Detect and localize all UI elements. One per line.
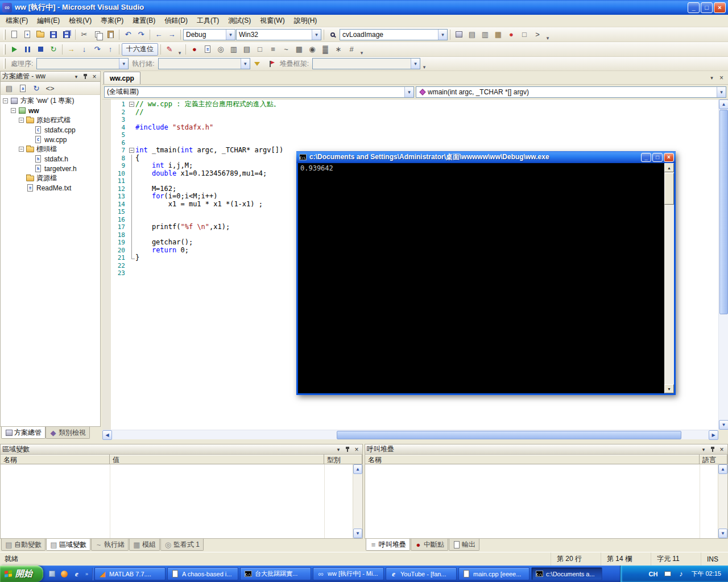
maximize-button[interactable]: □ [652, 153, 663, 162]
find-combo[interactable]: cvLoadImage [340, 29, 448, 40]
column-header[interactable]: 語言 [700, 455, 727, 464]
taskbar-task-button[interactable]: ∞ww [執行中] - Mi... [313, 567, 384, 580]
toolbox-button[interactable]: ▦ [492, 28, 504, 41]
window-position-icon[interactable] [334, 446, 342, 454]
find-in-files-button[interactable] [326, 28, 339, 41]
new-project-button[interactable] [8, 28, 20, 41]
add-new-item-button[interactable] [21, 28, 34, 41]
tree-item[interactable]: −原始程式檔 [1, 115, 100, 125]
solution-configurations-combo[interactable]: Debug [183, 29, 235, 40]
view-code-button[interactable]: <> [44, 82, 56, 94]
scroll-left-icon[interactable]: ◀ [102, 430, 112, 440]
chevron-down-icon[interactable] [404, 87, 413, 97]
open-file-button[interactable] [34, 28, 47, 41]
console-titlebar[interactable]: c:\Documents and Settings\Administrator\… [296, 151, 676, 163]
auto-hide-pin-icon[interactable] [81, 73, 89, 81]
toolbar-grip[interactable] [3, 30, 6, 40]
immediate-window-button[interactable]: □ [518, 28, 531, 41]
processes-window-button[interactable]: ◉ [306, 43, 318, 56]
call-stack-grid[interactable]: ▲ ▼ [365, 464, 728, 539]
process-combo[interactable] [36, 58, 129, 69]
tree-expander-icon[interactable]: − [3, 98, 8, 103]
language-indicator[interactable]: CH [649, 571, 658, 577]
menu-item[interactable]: 說明(H) [289, 14, 322, 27]
immediate-window-button[interactable]: □ [254, 43, 266, 56]
show-next-statement-button[interactable]: → [65, 43, 77, 56]
tree-expander-icon[interactable]: − [19, 118, 24, 123]
stop-debugging-button[interactable] [34, 43, 47, 56]
menu-item[interactable]: 測試(S) [224, 14, 255, 27]
firefox-button[interactable] [59, 568, 69, 580]
scroll-down-icon[interactable]: ▼ [718, 529, 727, 538]
window-titlebar[interactable]: ww [執行中] - Microsoft Visual Studio _□× [0, 0, 728, 15]
close-document-icon[interactable] [717, 73, 726, 82]
start-button[interactable]: 開始 [0, 566, 43, 582]
tree-item[interactable]: stdafx.cpp [1, 125, 100, 135]
tab-自動變數[interactable]: ▤自動變數 [1, 539, 46, 551]
scroll-up-icon[interactable]: ▲ [719, 99, 728, 109]
toolbar-grip[interactable] [3, 59, 6, 69]
flag-threads-button[interactable] [264, 57, 276, 70]
tree-expander-icon[interactable]: − [11, 108, 16, 113]
stack-frame-combo[interactable] [312, 58, 420, 69]
scroll-down-icon[interactable]: ▼ [664, 384, 674, 393]
taskbar-task-button[interactable]: c:\Documents a... [531, 567, 602, 580]
chevron-down-icon[interactable] [176, 43, 183, 56]
maximize-button[interactable]: □ [701, 2, 713, 13]
chevron-down-icon[interactable] [226, 30, 235, 40]
scroll-down-icon[interactable]: ▼ [353, 529, 362, 538]
pencil-button[interactable]: ✎ [163, 43, 176, 56]
copy-button[interactable] [91, 28, 104, 41]
callstack-window-button[interactable]: ≡ [267, 43, 279, 56]
locals-grid[interactable]: ▲ ▼ [0, 464, 363, 539]
filter-threads-button[interactable] [251, 57, 263, 70]
menu-item[interactable]: 檢視(V) [64, 14, 96, 27]
tree-item[interactable]: ReadMe.txt [1, 183, 100, 193]
paste-button[interactable] [104, 28, 117, 41]
menu-item[interactable]: 視窗(W) [255, 14, 289, 27]
fold-marker[interactable]: − [128, 147, 135, 155]
step-over-button[interactable]: ↷ [91, 43, 104, 56]
active-files-dropdown-icon[interactable] [708, 73, 716, 82]
window-position-icon[interactable] [72, 73, 80, 81]
taskbar-task-button[interactable]: A chaos-based i... [167, 567, 238, 580]
save-button[interactable] [47, 28, 60, 41]
modules-window-button[interactable]: ▦ [293, 43, 305, 56]
chevron-down-icon[interactable] [119, 59, 128, 69]
pause-button[interactable] [21, 43, 34, 56]
threads-window-button[interactable]: ~ [280, 43, 292, 56]
object-browser-button[interactable]: ▥ [479, 28, 491, 41]
tab-方案總管[interactable]: 方案總管 [1, 427, 46, 439]
chevron-down-icon[interactable] [438, 30, 447, 40]
editor-vertical-scrollbar[interactable]: ▲ ▼ [718, 99, 728, 430]
solution-platforms-combo[interactable]: Win32 [236, 29, 321, 40]
editor-horizontal-scrollbar[interactable]: ◀ ▶ [102, 430, 718, 439]
auto-hide-pin-icon[interactable] [344, 446, 351, 454]
tree-item[interactable]: stdafx.h [1, 154, 100, 164]
column-header[interactable]: 型別 [324, 455, 362, 464]
tree-expander-icon[interactable]: − [19, 147, 24, 152]
locals-scrollbar[interactable]: ▲ ▼ [353, 464, 362, 538]
tree-item[interactable]: ww.cpp [1, 135, 100, 144]
redo-button[interactable]: ↷ [135, 28, 147, 41]
restart-button[interactable]: ↻ [47, 43, 60, 56]
step-out-button[interactable]: ↑ [104, 43, 117, 56]
step-into-button[interactable]: ↓ [78, 43, 90, 56]
column-header[interactable]: 值 [110, 455, 324, 464]
tab-中斷點[interactable]: ●中斷點 [411, 539, 448, 551]
console-scrollbar[interactable]: ▲ ▼ [664, 163, 674, 393]
menu-item[interactable]: 偵錯(D) [160, 14, 192, 27]
tab-輸出[interactable]: 輸出 [449, 539, 479, 551]
menu-item[interactable]: 編輯(E) [32, 14, 64, 27]
output-window-button[interactable] [201, 43, 214, 56]
window-position-icon[interactable] [700, 446, 708, 454]
properties-button[interactable]: ▤ [3, 82, 15, 94]
navigate-forward-button[interactable]: → [166, 28, 178, 41]
tab-執行緒[interactable]: ~執行緒 [91, 539, 129, 551]
tree-item[interactable]: targetver.h [1, 164, 100, 173]
scroll-up-icon[interactable]: ▲ [664, 163, 674, 172]
thread-combo[interactable] [158, 58, 250, 69]
show-desktop-button[interactable] [47, 568, 57, 580]
memory-window-button[interactable]: ▓ [319, 43, 332, 56]
document-tab-ww-cpp[interactable]: ww.cpp [104, 72, 140, 84]
